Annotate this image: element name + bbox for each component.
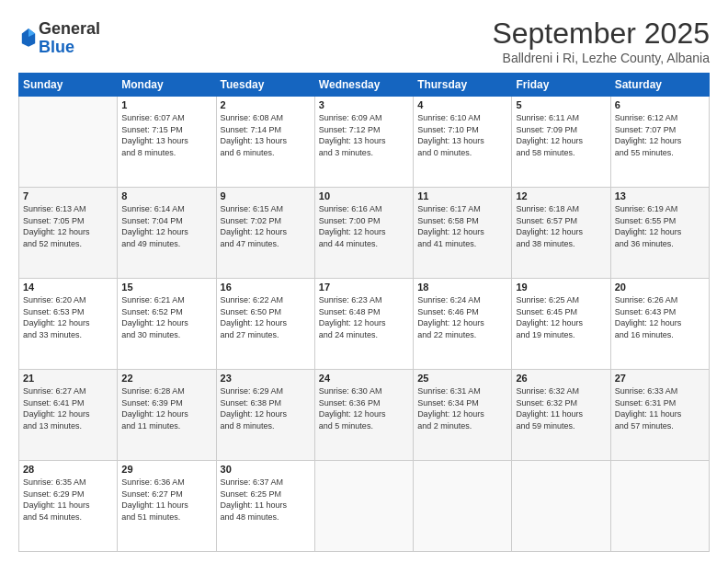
cell-content: Sunset: 6:38 PM (221, 397, 311, 409)
title-block: September 2025 Balldreni i Ri, Lezhe Cou… (492, 17, 710, 65)
cell-content: Sunset: 6:34 PM (417, 397, 507, 409)
day-number: 20 (615, 282, 705, 293)
calendar-cell (512, 461, 610, 552)
cell-content: Sunset: 7:09 PM (516, 124, 606, 136)
day-number: 8 (121, 190, 211, 201)
day-number: 12 (516, 190, 606, 201)
cell-content: Sunrise: 6:15 AM (221, 203, 311, 215)
cell-content: and 13 minutes. (23, 420, 113, 432)
cell-content: Sunrise: 6:20 AM (23, 294, 113, 306)
day-number: 17 (319, 282, 409, 293)
cell-content: Daylight: 12 hours (121, 317, 211, 329)
day-number: 27 (615, 373, 705, 384)
cell-content: and 58 minutes. (516, 147, 606, 159)
cell-content: and 8 minutes. (121, 147, 211, 159)
day-number: 16 (221, 282, 311, 293)
calendar-cell: 4Sunrise: 6:10 AMSunset: 7:10 PMDaylight… (414, 97, 512, 188)
cell-content: Sunrise: 6:07 AM (121, 112, 211, 124)
cell-content: Sunrise: 6:30 AM (319, 385, 409, 397)
calendar-cell: 20Sunrise: 6:26 AMSunset: 6:43 PMDayligh… (610, 279, 709, 370)
cell-content: Sunset: 6:55 PM (615, 215, 705, 227)
week-row-5: 28Sunrise: 6:35 AMSunset: 6:29 PMDayligh… (19, 461, 710, 552)
cell-content: Daylight: 12 hours (516, 135, 606, 147)
day-number: 1 (121, 99, 211, 110)
calendar-cell: 16Sunrise: 6:22 AMSunset: 6:50 PMDayligh… (216, 279, 314, 370)
calendar-cell: 12Sunrise: 6:18 AMSunset: 6:57 PMDayligh… (512, 188, 610, 279)
month-title: September 2025 (492, 17, 710, 51)
cell-content: Daylight: 12 hours (516, 226, 606, 238)
cell-content: Sunset: 6:48 PM (319, 306, 409, 318)
cell-content: Daylight: 12 hours (23, 317, 113, 329)
cell-content: Daylight: 12 hours (615, 135, 705, 147)
cell-content: Daylight: 12 hours (121, 226, 211, 238)
cell-content: Sunrise: 6:32 AM (516, 385, 606, 397)
calendar-cell: 25Sunrise: 6:31 AMSunset: 6:34 PMDayligh… (414, 370, 512, 461)
cell-content: and 55 minutes. (615, 147, 705, 159)
week-row-2: 7Sunrise: 6:13 AMSunset: 7:05 PMDaylight… (19, 188, 710, 279)
cell-content: and 24 minutes. (319, 329, 409, 341)
day-number: 28 (23, 464, 113, 475)
cell-content: Daylight: 12 hours (23, 408, 113, 420)
cell-content: Sunrise: 6:08 AM (221, 112, 311, 124)
day-number: 5 (516, 99, 606, 110)
cell-content: Sunrise: 6:23 AM (319, 294, 409, 306)
logo-general-text: General (39, 20, 100, 39)
day-number: 14 (23, 282, 113, 293)
cell-content: Daylight: 12 hours (221, 408, 311, 420)
calendar-cell: 21Sunrise: 6:27 AMSunset: 6:41 PMDayligh… (19, 370, 118, 461)
cell-content: Sunset: 7:00 PM (319, 215, 409, 227)
cell-content: Sunset: 6:36 PM (319, 397, 409, 409)
cell-content: and 57 minutes. (615, 420, 705, 432)
calendar-cell: 2Sunrise: 6:08 AMSunset: 7:14 PMDaylight… (216, 97, 314, 188)
cell-content: and 2 minutes. (417, 420, 507, 432)
cell-content: Sunrise: 6:22 AM (221, 294, 311, 306)
day-number: 2 (221, 99, 311, 110)
cell-content: and 38 minutes. (516, 238, 606, 250)
cell-content: Sunrise: 6:37 AM (221, 477, 311, 488)
week-row-3: 14Sunrise: 6:20 AMSunset: 6:53 PMDayligh… (19, 279, 710, 370)
cell-content: and 51 minutes. (121, 511, 211, 523)
cell-content: Sunset: 6:27 PM (121, 488, 211, 500)
cell-content: Sunrise: 6:24 AM (417, 294, 507, 306)
calendar-cell: 10Sunrise: 6:16 AMSunset: 7:00 PMDayligh… (314, 188, 413, 279)
cell-content: Daylight: 12 hours (23, 226, 113, 238)
cell-content: Sunrise: 6:25 AM (516, 294, 606, 306)
cell-content: Sunset: 6:25 PM (221, 488, 311, 500)
header-row: Sunday Monday Tuesday Wednesday Thursday… (19, 74, 710, 97)
cell-content: Sunrise: 6:11 AM (516, 112, 606, 124)
cell-content: Daylight: 13 hours (417, 135, 507, 147)
cell-content: Sunrise: 6:16 AM (319, 203, 409, 215)
cell-content: Daylight: 12 hours (417, 226, 507, 238)
calendar-cell: 19Sunrise: 6:25 AMSunset: 6:45 PMDayligh… (512, 279, 610, 370)
cell-content: Daylight: 12 hours (417, 317, 507, 329)
calendar-cell: 3Sunrise: 6:09 AMSunset: 7:12 PMDaylight… (314, 97, 413, 188)
cell-content: Sunset: 6:46 PM (417, 306, 507, 318)
cell-content: Sunset: 7:10 PM (417, 124, 507, 136)
cell-content: Sunrise: 6:33 AM (615, 385, 705, 397)
cell-content: Sunrise: 6:36 AM (121, 477, 211, 488)
calendar-cell (314, 461, 413, 552)
day-number: 15 (121, 282, 211, 293)
cell-content: Sunset: 7:07 PM (615, 124, 705, 136)
cell-content: Daylight: 13 hours (319, 135, 409, 147)
calendar-cell: 11Sunrise: 6:17 AMSunset: 6:58 PMDayligh… (414, 188, 512, 279)
cell-content: Daylight: 13 hours (121, 135, 211, 147)
cell-content: Sunset: 6:45 PM (516, 306, 606, 318)
cell-content: and 49 minutes. (121, 238, 211, 250)
cell-content: and 36 minutes. (615, 238, 705, 250)
calendar-cell: 27Sunrise: 6:33 AMSunset: 6:31 PMDayligh… (610, 370, 709, 461)
calendar-cell: 23Sunrise: 6:29 AMSunset: 6:38 PMDayligh… (216, 370, 314, 461)
day-number: 11 (417, 190, 507, 201)
cell-content: Daylight: 12 hours (319, 408, 409, 420)
cell-content: Sunrise: 6:31 AM (417, 385, 507, 397)
cell-content: and 59 minutes. (516, 420, 606, 432)
calendar-cell: 5Sunrise: 6:11 AMSunset: 7:09 PMDaylight… (512, 97, 610, 188)
cell-content: and 30 minutes. (121, 329, 211, 341)
day-number: 19 (516, 282, 606, 293)
cell-content: and 0 minutes. (417, 147, 507, 159)
cell-content: Sunrise: 6:12 AM (615, 112, 705, 124)
calendar-cell: 30Sunrise: 6:37 AMSunset: 6:25 PMDayligh… (216, 461, 314, 552)
col-tuesday: Tuesday (216, 74, 314, 97)
calendar-table: Sunday Monday Tuesday Wednesday Thursday… (18, 73, 710, 552)
day-number: 26 (516, 373, 606, 384)
